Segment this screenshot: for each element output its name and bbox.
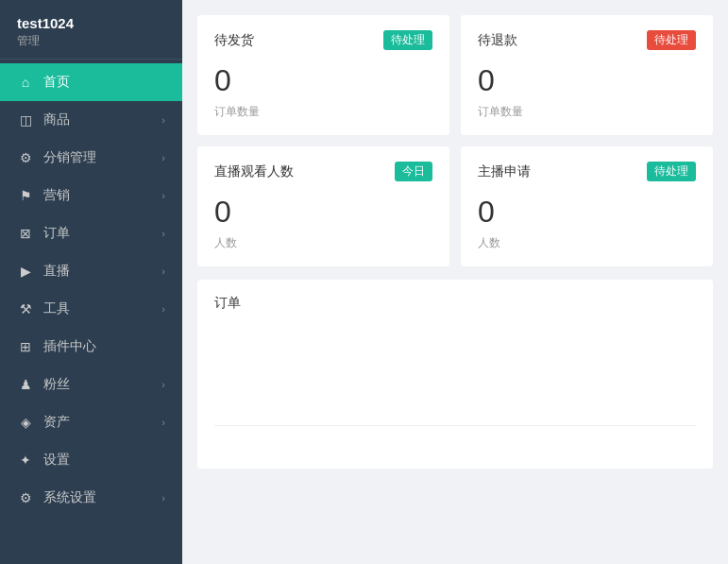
chevron-right-icon: › [161, 114, 165, 126]
order-section-title: 订单 [214, 295, 696, 312]
card-badge-host-apply: 待处理 [647, 162, 696, 181]
sidebar-item-label-assets: 资产 [43, 414, 161, 431]
order-divider [214, 425, 696, 426]
sidebar-item-label-settings: 设置 [43, 452, 165, 469]
card-title-pending-refund: 待退款 [478, 32, 517, 49]
live-icon: ▶ [17, 264, 34, 279]
card-sub-pending-shipment: 订单数量 [214, 104, 432, 120]
card-title-host-apply: 主播申请 [478, 163, 531, 180]
chevron-right-icon: › [161, 265, 165, 277]
sidebar-item-distribution[interactable]: ⚙分销管理› [0, 139, 182, 177]
sidebar-item-marketing[interactable]: ⚑营销› [0, 177, 182, 214]
chevron-right-icon: › [161, 417, 165, 428]
tools-icon: ⚒ [17, 301, 34, 316]
card-sub-pending-refund: 订单数量 [478, 104, 696, 120]
card-title-live-viewers: 直播观看人数 [214, 163, 294, 180]
card-sub-live-viewers: 人数 [214, 235, 432, 251]
card-sub-host-apply: 人数 [478, 235, 696, 251]
sidebar-item-label-tools: 工具 [43, 300, 161, 317]
chevron-right-icon: › [161, 379, 165, 390]
sidebar-item-assets[interactable]: ◈资产› [0, 403, 182, 441]
sidebar-nav: ⌂首页◫商品›⚙分销管理›⚑营销›⊠订单›▶直播›⚒工具›⊞插件中心♟粉丝›◈资… [0, 63, 182, 517]
chevron-right-icon: › [161, 228, 165, 239]
chevron-right-icon: › [161, 492, 165, 504]
sidebar-item-label-marketing: 营销 [43, 187, 161, 204]
cards-grid: 待发货 待处理 0 订单数量 待退款 待处理 0 订单数量 直播观看人数 今日 … [197, 15, 713, 266]
settings-icon: ✦ [17, 453, 34, 468]
card-header-host-apply: 主播申请 待处理 [478, 162, 696, 181]
sidebar-item-label-fans: 粉丝 [43, 376, 161, 393]
sidebar-item-label-plugins: 插件中心 [43, 338, 165, 355]
card-header-live-viewers: 直播观看人数 今日 [214, 162, 432, 181]
card-value-host-apply: 0 [478, 195, 696, 230]
fans-icon: ♟ [17, 377, 34, 392]
sidebar-item-label-live: 直播 [43, 263, 161, 280]
sidebar-header: test1024 管理 [0, 0, 182, 60]
sidebar-item-label-home: 首页 [43, 74, 165, 91]
chevron-right-icon: › [161, 303, 165, 315]
card-badge-live-viewers: 今日 [395, 162, 432, 181]
order-section: 订单 [197, 280, 713, 469]
sidebar-item-plugins[interactable]: ⊞插件中心 [0, 328, 182, 366]
card-host-apply: 主播申请 待处理 0 人数 [461, 146, 713, 266]
card-badge-pending-refund: 待处理 [647, 30, 696, 50]
sidebar-role: 管理 [17, 33, 165, 49]
products-icon: ◫ [17, 112, 34, 128]
sidebar-item-label-products: 商品 [43, 111, 161, 128]
sidebar-item-live[interactable]: ▶直播› [0, 252, 182, 290]
sidebar-item-orders[interactable]: ⊠订单› [0, 214, 182, 252]
sidebar-item-system[interactable]: ⚙系统设置› [0, 479, 182, 517]
card-header-pending-shipment: 待发货 待处理 [214, 30, 432, 50]
card-badge-pending-shipment: 待处理 [383, 30, 432, 50]
sidebar-item-label-orders: 订单 [43, 225, 161, 242]
sidebar-item-label-distribution: 分销管理 [43, 149, 161, 166]
sidebar-item-fans[interactable]: ♟粉丝› [0, 366, 182, 403]
sidebar-item-label-system: 系统设置 [43, 489, 161, 506]
sidebar: test1024 管理 ⌂首页◫商品›⚙分销管理›⚑营销›⊠订单›▶直播›⚒工具… [0, 0, 182, 564]
orders-icon: ⊠ [17, 226, 34, 241]
card-value-pending-shipment: 0 [214, 63, 432, 98]
card-pending-shipment: 待发货 待处理 0 订单数量 [197, 15, 449, 135]
card-value-pending-refund: 0 [478, 63, 696, 98]
system-icon: ⚙ [17, 490, 34, 505]
sidebar-item-tools[interactable]: ⚒工具› [0, 290, 182, 328]
card-title-pending-shipment: 待发货 [214, 32, 254, 49]
sidebar-item-products[interactable]: ◫商品› [0, 101, 182, 139]
plugins-icon: ⊞ [17, 339, 34, 354]
chevron-right-icon: › [161, 152, 165, 163]
card-pending-refund: 待退款 待处理 0 订单数量 [461, 15, 713, 135]
sidebar-item-settings[interactable]: ✦设置 [0, 441, 182, 479]
chevron-right-icon: › [161, 190, 165, 201]
distribution-icon: ⚙ [17, 150, 34, 165]
sidebar-item-home[interactable]: ⌂首页 [0, 63, 182, 101]
marketing-icon: ⚑ [17, 188, 34, 203]
home-icon: ⌂ [17, 75, 34, 90]
card-live-viewers: 直播观看人数 今日 0 人数 [197, 146, 449, 266]
card-header-pending-refund: 待退款 待处理 [478, 30, 696, 50]
assets-icon: ◈ [17, 415, 34, 430]
sidebar-username: test1024 [17, 15, 165, 31]
card-value-live-viewers: 0 [214, 195, 432, 230]
main-content: 待发货 待处理 0 订单数量 待退款 待处理 0 订单数量 直播观看人数 今日 … [182, 0, 728, 564]
